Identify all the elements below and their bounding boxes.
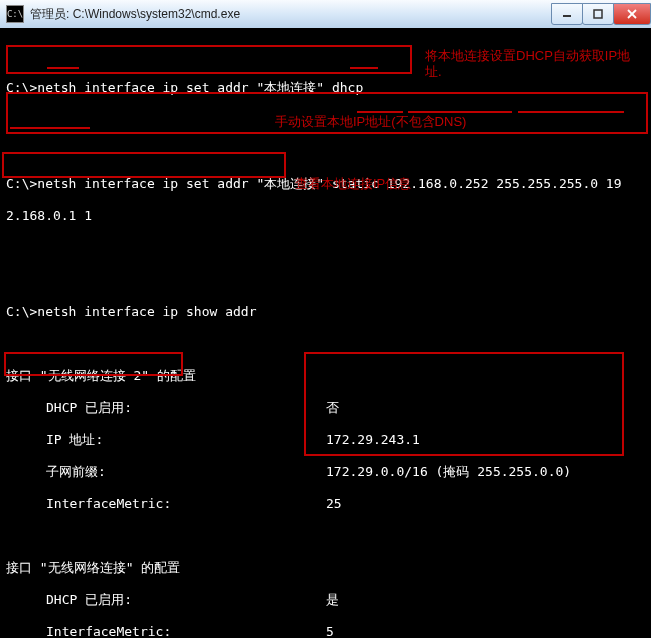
svg-rect-1 — [594, 10, 602, 18]
command-3: netsh interface ip show addr — [37, 304, 256, 319]
prompt: C:\> — [6, 304, 37, 319]
dhcp-value: 是 — [326, 592, 339, 608]
maximize-icon — [593, 9, 603, 19]
ip-label: IP 地址: — [46, 432, 326, 448]
minimize-button[interactable] — [551, 3, 583, 25]
dhcp-value: 否 — [326, 400, 339, 416]
metric-value: 25 — [326, 496, 342, 512]
close-button[interactable] — [613, 3, 651, 25]
command-2b: 2.168.0.1 1 — [6, 208, 92, 223]
minimize-icon — [562, 9, 572, 19]
prompt: C:\> — [6, 176, 37, 191]
dhcp-label: DHCP 已启用: — [46, 400, 326, 416]
interface-header-2: 接口 "无线网络连接" 的配置 — [6, 560, 180, 575]
titlebar[interactable]: C:\ 管理员: C:\Windows\system32\cmd.exe — [0, 0, 651, 29]
metric-value: 5 — [326, 624, 334, 638]
window-title: 管理员: C:\Windows\system32\cmd.exe — [30, 6, 240, 23]
terminal-output[interactable]: C:\>netsh interface ip set addr "本地连接" d… — [0, 28, 651, 638]
interface-header-1: 接口 "无线网络连接 2" 的配置 — [6, 368, 196, 383]
maximize-button[interactable] — [582, 3, 614, 25]
ip-value: 172.29.243.1 — [326, 432, 420, 448]
prompt: C:\> — [6, 80, 37, 95]
subnet-value: 172.29.0.0/16 (掩码 255.255.0.0) — [326, 464, 571, 480]
subnet-label: 子网前缀: — [46, 464, 326, 480]
metric-label: InterfaceMetric: — [46, 496, 326, 512]
command-2a: netsh interface ip set addr "本地连接" stati… — [37, 176, 621, 191]
cmd-icon: C:\ — [6, 5, 24, 23]
command-1: netsh interface ip set addr "本地连接" dhcp — [37, 80, 363, 95]
metric-label: InterfaceMetric: — [46, 624, 326, 638]
dhcp-label: DHCP 已启用: — [46, 592, 326, 608]
close-icon — [627, 9, 637, 19]
window-buttons — [552, 3, 651, 25]
cmd-window: C:\ 管理员: C:\Windows\system32\cmd.exe C:\… — [0, 0, 651, 638]
